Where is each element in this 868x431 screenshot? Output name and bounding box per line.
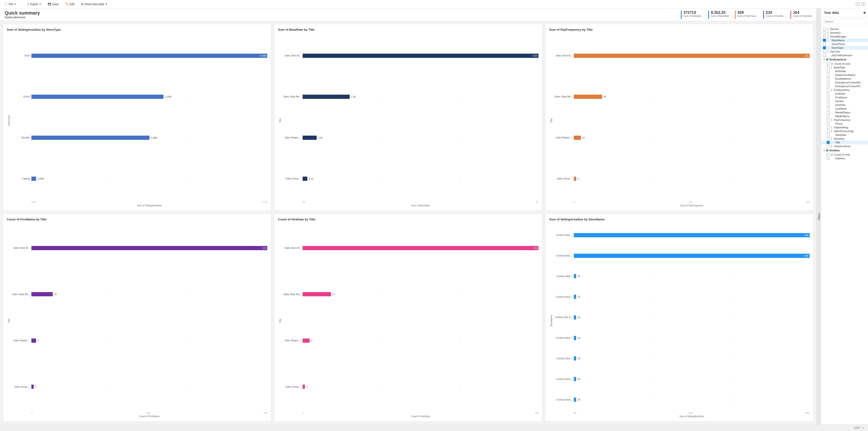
checkbox[interactable] — [827, 119, 830, 121]
checkbox[interactable] — [823, 43, 826, 45]
maximize-button[interactable]: ▽ — [862, 2, 865, 6]
checkbox[interactable] — [827, 137, 830, 140]
tree-item-storephone[interactable]: StorePhone — [821, 42, 868, 46]
checkbox[interactable] — [827, 89, 830, 91]
tree-item-title[interactable]: ✓ Title — [821, 141, 868, 144]
checkbox[interactable]: ✓ — [823, 47, 826, 49]
tree-item-datekey[interactable]: DateKey — [821, 156, 868, 160]
checkbox[interactable] — [827, 115, 830, 118]
tree-item-hiredate[interactable]: HireDate — [821, 103, 868, 107]
checkbox[interactable] — [827, 145, 830, 148]
tree-item-count-of-rows[interactable]: ⊞ Count of rows — [821, 62, 868, 66]
sidebar-content: Σ StoreId Σ StoreKey Σ StoreManager ✓ St… — [821, 26, 868, 425]
collapse-icon[interactable]: ◀ — [863, 11, 865, 14]
checkbox[interactable] — [827, 133, 830, 136]
checkbox[interactable] — [827, 126, 830, 129]
checkbox[interactable] — [823, 50, 826, 53]
checkbox[interactable] — [827, 111, 830, 114]
save-icon: 💾 — [48, 3, 51, 6]
checkbox[interactable] — [827, 85, 830, 88]
tree-item-vacationhours[interactable]: Σ VacationHours — [821, 144, 868, 148]
checkbox[interactable] — [823, 54, 826, 57]
checkbox[interactable] — [827, 107, 830, 110]
tree-item-count-of-rows[interactable]: ⊞ Count of rows — [821, 153, 868, 156]
tree-item-storetype[interactable]: ✓ StoreType — [821, 46, 868, 50]
tree-item-salespersonflag[interactable]: Σ SalesPersonFlag — [821, 129, 868, 133]
checkbox[interactable] — [827, 77, 830, 80]
tree-item-enddate[interactable]: EndDate — [821, 92, 868, 96]
x-tick: 0 — [574, 201, 575, 203]
tree-group-dimemployee[interactable]: ▼ ⊞ DimEmployee — [821, 57, 868, 62]
kpi-value: 439 — [738, 10, 758, 15]
minimize-button[interactable]: □ — [856, 2, 860, 6]
checkbox[interactable] — [827, 130, 830, 132]
search-box — [821, 17, 868, 26]
kpi-item-3: 234 Count of FirstNa... — [763, 10, 785, 19]
export-button[interactable]: ↗ Export ▼ — [25, 2, 43, 6]
checkbox[interactable] — [827, 153, 830, 156]
tree-item-storemanager[interactable]: Σ StoreManager — [821, 35, 868, 38]
bar-row: Sales State Ma... 19 — [11, 292, 267, 296]
tree-item-middlename[interactable]: MiddleName — [821, 114, 868, 118]
zoom-out-button[interactable]: − — [849, 426, 853, 430]
checkbox[interactable] — [827, 62, 830, 65]
checkbox[interactable] — [823, 28, 826, 30]
tree-item-firstname[interactable]: FirstName — [821, 96, 868, 99]
checkbox[interactable] — [827, 70, 830, 72]
checkbox[interactable] — [827, 122, 830, 125]
tree-item-lastname[interactable]: LastName — [821, 107, 868, 111]
checkbox[interactable] — [827, 100, 830, 102]
checkbox[interactable]: ✓ — [823, 39, 826, 42]
tree-item-storekey[interactable]: Σ StoreKey — [821, 31, 868, 35]
tree-item-label: EmployeeKey — [834, 89, 866, 91]
show-data-table-button[interactable]: ⊞ Show data table ▼ — [80, 2, 109, 6]
checkbox[interactable] — [827, 96, 830, 99]
checkbox[interactable] — [823, 31, 826, 34]
tree-item-label: EmergencyContactNa... — [835, 81, 866, 84]
tree-item-employeekey[interactable]: Σ EmployeeKey — [821, 88, 868, 92]
tree-item-maritalstatus[interactable]: MaritalStatus — [821, 111, 868, 114]
checkbox[interactable] — [827, 92, 830, 95]
bar-label: Store — [11, 54, 30, 57]
tree-item-departmentname[interactable]: DepartmentName — [821, 73, 868, 77]
tree-item-emergencycontactna..[interactable]: EmergencyContactNa... — [821, 81, 868, 84]
tree-item-gender[interactable]: Gender — [821, 99, 868, 103]
content-area: Quick summary SalesLakehouse 372714 Sum … — [0, 8, 816, 425]
chart-title: Count of FirstName by Title — [7, 218, 267, 221]
checkbox[interactable] — [827, 66, 830, 69]
tree-item-startdate[interactable]: StartDate — [821, 133, 868, 137]
x-axis: 0.0M0.1M — [11, 201, 267, 203]
checkbox[interactable] — [827, 81, 830, 84]
tree-item-salariedflag[interactable]: Σ SalariedFlag — [821, 126, 868, 129]
bar-value: 219 — [262, 247, 266, 249]
x-axis: 0200400 — [554, 201, 810, 203]
filters-tab[interactable]: Filters — [817, 8, 821, 425]
bars-container: Sales Store M... 143 Sales State Ma... — [282, 224, 538, 411]
tree-item-zipcodeextension[interactable]: ZipCodeExtension — [821, 53, 868, 57]
tree-item-payfrequency[interactable]: Σ PayFrequency — [821, 118, 868, 122]
bar-value: 0.4K — [317, 136, 323, 139]
tree-item-storename[interactable]: ✓ StoreName — [821, 38, 868, 42]
tree-item-birthdate[interactable]: BirthDate — [821, 69, 868, 73]
checkbox[interactable] — [827, 73, 830, 76]
file-menu[interactable]: 📄 File ▼ — [3, 2, 18, 6]
tree-item-label: StoreName — [832, 39, 866, 42]
tree-item-zipcode[interactable]: Σ ZipCode — [821, 50, 868, 53]
checkbox[interactable]: ✓ — [827, 141, 830, 144]
checkbox[interactable] — [823, 35, 826, 38]
tree-item-emailaddress[interactable]: EmailAddress — [821, 77, 868, 81]
edit-button[interactable]: ✏️ Edit — [64, 2, 76, 6]
checkbox[interactable] — [827, 157, 830, 160]
tree-item-storeid[interactable]: Σ StoreId — [821, 27, 868, 31]
file-label: File — [9, 3, 13, 6]
tree-item-phone[interactable]: Phone — [821, 122, 868, 126]
tree-item-baserate[interactable]: Σ BaseRate — [821, 66, 868, 69]
zoom-in-button[interactable]: + — [861, 426, 865, 430]
tree-item-storekey[interactable]: Σ StoreKey — [821, 137, 868, 141]
search-input[interactable] — [823, 19, 866, 24]
checkbox[interactable] — [827, 103, 830, 106]
tree-item-emergencycontactph..[interactable]: EmergencyContactPh... — [821, 84, 868, 88]
tree-group-dimdate[interactable]: ▼ ⊞ DimDate — [821, 148, 868, 153]
save-button[interactable]: 💾 Save — [46, 2, 60, 6]
bar-value: 1K — [577, 337, 580, 339]
